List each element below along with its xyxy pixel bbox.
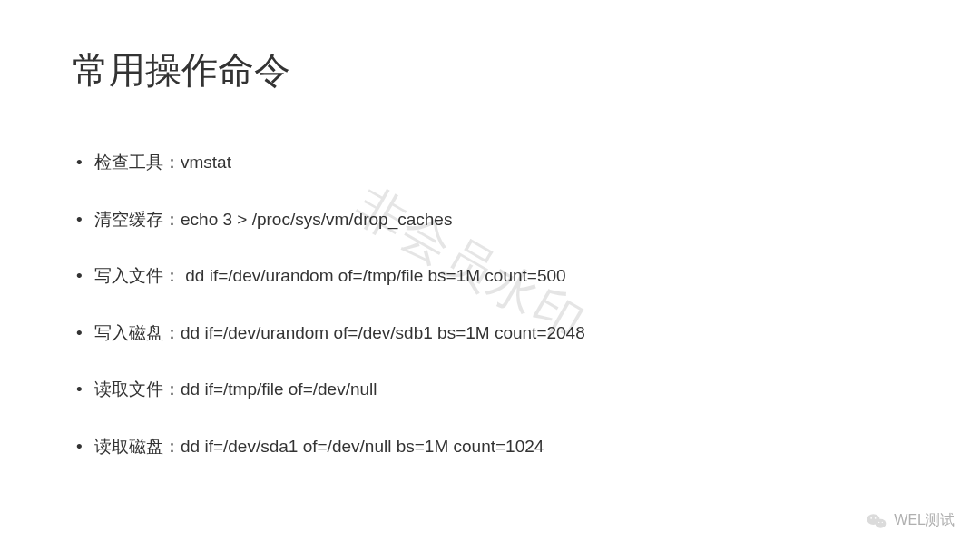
item-command: dd if=/dev/urandom of=/tmp/file bs=1M co… bbox=[181, 266, 566, 285]
svg-point-4 bbox=[878, 521, 879, 522]
item-label: 写入磁盘： bbox=[94, 323, 181, 342]
wechat-icon bbox=[867, 513, 887, 529]
list-item: 读取文件：dd if=/tmp/file of=/dev/null bbox=[73, 377, 907, 403]
slide-container: 常用操作命令 检查工具：vmstat 清空缓存：echo 3 > /proc/s… bbox=[0, 0, 980, 552]
item-command: dd if=/dev/urandom of=/dev/sdb1 bs=1M co… bbox=[181, 323, 585, 342]
item-command: dd if=/dev/sda1 of=/dev/null bs=1M count… bbox=[181, 437, 544, 456]
slide-title: 常用操作命令 bbox=[73, 45, 907, 95]
list-item: 读取磁盘：dd if=/dev/sda1 of=/dev/null bs=1M … bbox=[73, 434, 907, 460]
footer-brand-text: WEL测试 bbox=[894, 511, 955, 530]
footer-brand: WEL测试 bbox=[867, 511, 955, 530]
svg-point-1 bbox=[876, 518, 887, 527]
item-command: dd if=/tmp/file of=/dev/null bbox=[181, 380, 377, 399]
svg-point-3 bbox=[875, 517, 877, 518]
item-label: 检查工具： bbox=[94, 153, 181, 172]
list-item: 检查工具：vmstat bbox=[73, 150, 907, 176]
svg-point-2 bbox=[871, 517, 873, 518]
command-list: 检查工具：vmstat 清空缓存：echo 3 > /proc/sys/vm/d… bbox=[73, 150, 907, 459]
item-command: echo 3 > /proc/sys/vm/drop_caches bbox=[181, 210, 452, 229]
list-item: 清空缓存：echo 3 > /proc/sys/vm/drop_caches bbox=[73, 207, 907, 233]
item-label: 清空缓存： bbox=[94, 210, 181, 229]
svg-point-5 bbox=[882, 521, 883, 522]
list-item: 写入磁盘：dd if=/dev/urandom of=/dev/sdb1 bs=… bbox=[73, 320, 907, 347]
item-label: 写入文件： bbox=[94, 266, 181, 285]
list-item: 写入文件： dd if=/dev/urandom of=/tmp/file bs… bbox=[73, 263, 907, 290]
item-command: vmstat bbox=[181, 153, 231, 172]
item-label: 读取磁盘： bbox=[94, 437, 181, 456]
item-label: 读取文件： bbox=[94, 380, 181, 399]
